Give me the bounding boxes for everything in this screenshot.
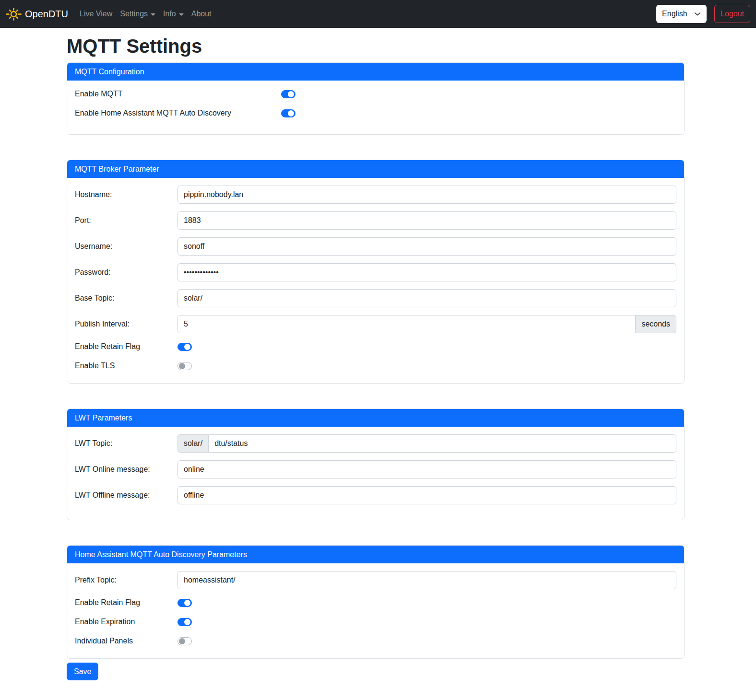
nav-item-live-view-label: Live View	[80, 10, 112, 18]
ha-enable-retain-label: Enable Retain Flag	[75, 598, 177, 607]
port-label: Port:	[75, 216, 177, 225]
enable-ha-discovery-row: Enable Home Assistant MQTT Auto Discover…	[75, 107, 676, 119]
enable-tls-label: Enable TLS	[75, 362, 177, 370]
username-label: Username:	[75, 242, 177, 251]
nav-item-info[interactable]: Info	[159, 6, 188, 22]
password-row: Password:	[75, 263, 676, 281]
prefix-topic-label: Prefix Topic:	[75, 576, 177, 584]
caret-down-icon	[151, 13, 155, 16]
enable-ha-discovery-toggle[interactable]	[281, 109, 295, 117]
brand-label: OpenDTU	[25, 9, 68, 20]
sun-icon	[6, 6, 22, 22]
caret-down-icon	[179, 13, 184, 16]
ha-enable-retain-row: Enable Retain Flag	[75, 597, 676, 608]
logout-button[interactable]: Logout	[714, 5, 750, 23]
ha-discovery-card-header: Home Assistant MQTT Auto Discovery Param…	[67, 546, 684, 563]
enable-expiration-toggle[interactable]	[177, 618, 192, 626]
nav-links: Live View Settings Info About	[76, 6, 215, 22]
base-topic-label: Base Topic:	[75, 294, 177, 303]
base-topic-row: Base Topic:	[75, 289, 676, 307]
chevron-down-icon	[694, 11, 701, 17]
hostname-row: Hostname:	[75, 186, 676, 204]
main-content: MQTT Settings MQTT Configuration Enable …	[67, 35, 685, 680]
lwt-topic-input[interactable]	[208, 434, 676, 453]
publish-interval-input[interactable]	[177, 315, 636, 333]
language-select[interactable]: English	[656, 5, 707, 23]
enable-mqtt-row: Enable MQTT	[75, 88, 676, 100]
save-button[interactable]: Save	[67, 663, 98, 680]
port-row: Port:	[75, 211, 676, 230]
enable-tls-row: Enable TLS	[75, 360, 676, 372]
lwt-online-row: LWT Online message:	[75, 460, 676, 478]
prefix-topic-input[interactable]	[177, 571, 676, 589]
broker-enable-retain-toggle[interactable]	[177, 343, 192, 351]
nav-item-about-label: About	[191, 10, 212, 18]
username-input[interactable]	[177, 237, 676, 256]
navbar-right: English Logout	[656, 5, 750, 23]
ha-discovery-card: Home Assistant MQTT Auto Discovery Param…	[67, 545, 685, 659]
enable-ha-discovery-label: Enable Home Assistant MQTT Auto Discover…	[75, 109, 281, 117]
lwt-offline-input[interactable]	[177, 486, 676, 504]
prefix-topic-row: Prefix Topic:	[75, 571, 676, 589]
top-navbar: OpenDTU Live View Settings Info About En…	[0, 0, 756, 28]
mqtt-configuration-card: MQTT Configuration Enable MQTT Enable Ho…	[67, 62, 685, 135]
individual-panels-row: Individual Panels	[75, 635, 676, 647]
individual-panels-toggle[interactable]	[177, 637, 192, 645]
broker-enable-retain-label: Enable Retain Flag	[75, 342, 177, 351]
enable-expiration-row: Enable Expiration	[75, 616, 676, 628]
enable-mqtt-toggle[interactable]	[281, 90, 295, 98]
ha-enable-retain-toggle[interactable]	[177, 599, 192, 607]
hostname-label: Hostname:	[75, 190, 177, 199]
nav-item-about[interactable]: About	[188, 6, 215, 22]
brand-link[interactable]: OpenDTU	[6, 6, 68, 22]
enable-mqtt-label: Enable MQTT	[75, 90, 281, 98]
lwt-topic-row: LWT Topic: solar/	[75, 434, 676, 453]
nav-item-live-view[interactable]: Live View	[76, 6, 116, 22]
username-row: Username:	[75, 237, 676, 256]
mqtt-broker-card: MQTT Broker Parameter Hostname: Port: Us…	[67, 160, 685, 384]
lwt-card-header: LWT Parameters	[67, 409, 684, 427]
nav-item-settings[interactable]: Settings	[116, 6, 159, 22]
nav-item-settings-label: Settings	[120, 10, 148, 18]
password-label: Password:	[75, 268, 177, 277]
lwt-card: LWT Parameters LWT Topic: solar/ LWT Onl…	[67, 408, 685, 520]
publish-interval-label: Publish Interval:	[75, 320, 177, 328]
lwt-offline-label: LWT Offline message:	[75, 491, 177, 500]
lwt-online-label: LWT Online message:	[75, 465, 177, 474]
hostname-input[interactable]	[177, 186, 676, 204]
publish-interval-row: Publish Interval: seconds	[75, 315, 676, 333]
lwt-topic-prefix: solar/	[177, 434, 208, 453]
page-title: MQTT Settings	[67, 35, 685, 58]
base-topic-input[interactable]	[177, 289, 676, 307]
nav-item-info-label: Info	[163, 10, 176, 18]
enable-tls-toggle[interactable]	[177, 362, 192, 370]
enable-expiration-label: Enable Expiration	[75, 618, 177, 626]
lwt-online-input[interactable]	[177, 460, 676, 478]
broker-enable-retain-row: Enable Retain Flag	[75, 341, 676, 352]
lwt-offline-row: LWT Offline message:	[75, 486, 676, 504]
mqtt-configuration-card-header: MQTT Configuration	[67, 63, 684, 81]
mqtt-broker-card-header: MQTT Broker Parameter	[67, 160, 684, 178]
password-input[interactable]	[177, 263, 676, 281]
publish-interval-unit: seconds	[636, 315, 676, 333]
port-input[interactable]	[177, 211, 676, 230]
individual-panels-label: Individual Panels	[75, 637, 177, 645]
lwt-topic-label: LWT Topic:	[75, 439, 177, 448]
language-select-value: English	[662, 10, 687, 18]
